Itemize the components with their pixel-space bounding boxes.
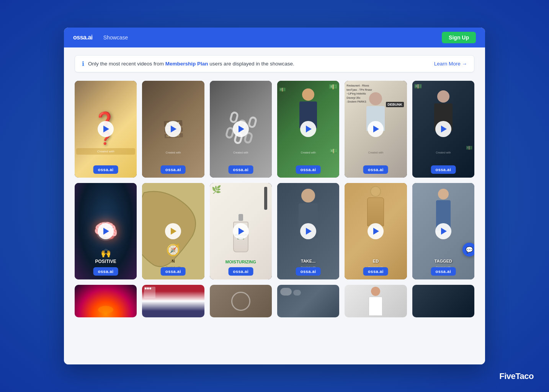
play-button-7[interactable] (98, 223, 114, 239)
video-card-3[interactable]: Created with ossa.ai (210, 81, 272, 178)
video-card-14[interactable] (142, 285, 204, 317)
video-card-9[interactable]: MOISTURIZING 🌿 MOISTURIZING Created with… (210, 183, 272, 280)
info-icon: ℹ (82, 60, 84, 67)
play-button-5[interactable] (368, 121, 384, 137)
video-card-5[interactable]: Restaurant - Rtoos keoTpas - TPe Rnasr ~… (345, 81, 407, 178)
membership-plan-bold: Membership Plan (165, 61, 208, 67)
info-text: Only the most recent videos from Members… (88, 61, 428, 67)
video-card-8[interactable]: 🧭 N Created with ossa.ai (142, 183, 204, 280)
logo: ossa.ai (73, 34, 93, 41)
play-icon-1 (103, 126, 109, 132)
ossa-badge-12: ossa.ai (431, 267, 456, 276)
play-button-3[interactable] (233, 121, 249, 137)
video-card-13[interactable] (75, 285, 137, 317)
video-grid-row-1: ❓ ❓ Created with ossa.ai (75, 81, 474, 178)
video-card-10[interactable]: TAKE... Created with ossa.ai (277, 183, 339, 280)
play-button-12[interactable] (435, 223, 451, 239)
video-card-16[interactable] (277, 285, 339, 317)
video-card-11[interactable]: ED Created with ossa.ai (345, 183, 407, 280)
video-card-17[interactable] (345, 285, 407, 317)
play-button-8[interactable] (165, 223, 181, 239)
ossa-badge-6: ossa.ai (431, 165, 456, 174)
ossa-badge-8: ossa.ai (161, 267, 186, 276)
main-content: ℹ Only the most recent videos from Membe… (64, 47, 485, 364)
chat-button[interactable]: 💬 (462, 243, 474, 256)
play-icon-11 (373, 228, 379, 235)
navbar: ossa.ai Showcase Sign Up (64, 28, 485, 47)
ossa-badge-7: ossa.ai (93, 267, 118, 276)
video-card-4[interactable]: 💵 💵 💵 Created with (277, 81, 339, 178)
ossa-badge-4: ossa.ai (296, 165, 321, 174)
ossa-badge-2: ossa.ai (161, 165, 186, 174)
app-window: ossa.ai Showcase Sign Up ℹ Only the most… (64, 28, 485, 364)
play-button-6[interactable] (435, 121, 451, 137)
play-icon-7 (103, 228, 109, 235)
video-grid-row-2: 🧠 🙌 POSITIVE Created with ossa.ai (75, 183, 474, 280)
ossa-badge-9: ossa.ai (228, 267, 253, 276)
play-icon-10 (306, 228, 312, 235)
video-card-7[interactable]: 🧠 🙌 POSITIVE Created with ossa.ai (75, 183, 137, 280)
ossa-badge-5: ossa.ai (363, 165, 388, 174)
ossa-badge-10: ossa.ai (296, 267, 321, 276)
play-icon-6 (441, 126, 447, 132)
video-card-1[interactable]: ❓ ❓ Created with ossa.ai (75, 81, 137, 178)
fivetaco-watermark: FiveTaco (499, 371, 534, 381)
video-card-15[interactable] (210, 285, 272, 317)
play-icon-2 (171, 126, 176, 132)
play-icon-8 (171, 228, 176, 235)
ossa-badge-3: ossa.ai (228, 165, 253, 174)
video-grid-row-3 (75, 285, 474, 317)
video-card-12[interactable]: TAGGED Created with ossa.ai 💬 (412, 183, 474, 280)
ossa-badge-11: ossa.ai (363, 267, 388, 276)
video-card-6[interactable]: 💵 💵 Created with ossa.ai (412, 81, 474, 178)
ossa-badge-1: ossa.ai (93, 165, 118, 174)
play-button-11[interactable] (368, 223, 384, 239)
play-icon-3 (239, 126, 244, 132)
play-icon-9 (239, 228, 244, 235)
video-card-18[interactable] (412, 285, 474, 317)
nav-showcase-link[interactable]: Showcase (103, 34, 128, 41)
play-icon-4 (306, 126, 312, 132)
video-card-2[interactable]: ΛΛΝΙΟΤ ΑΛΕΘΙΑ ΝFΚΙ SOΜ Created with ossa… (142, 81, 204, 178)
info-banner: ℹ Only the most recent videos from Membe… (75, 55, 474, 72)
play-icon-5 (373, 126, 379, 132)
play-button-4[interactable] (300, 121, 316, 137)
play-icon-12 (441, 228, 447, 235)
play-button-2[interactable] (165, 121, 181, 137)
signup-button[interactable]: Sign Up (442, 32, 476, 43)
learn-more-link[interactable]: Learn More → (434, 61, 467, 67)
play-button-1[interactable] (98, 121, 114, 137)
play-button-10[interactable] (300, 223, 316, 239)
play-button-9[interactable] (233, 223, 249, 239)
